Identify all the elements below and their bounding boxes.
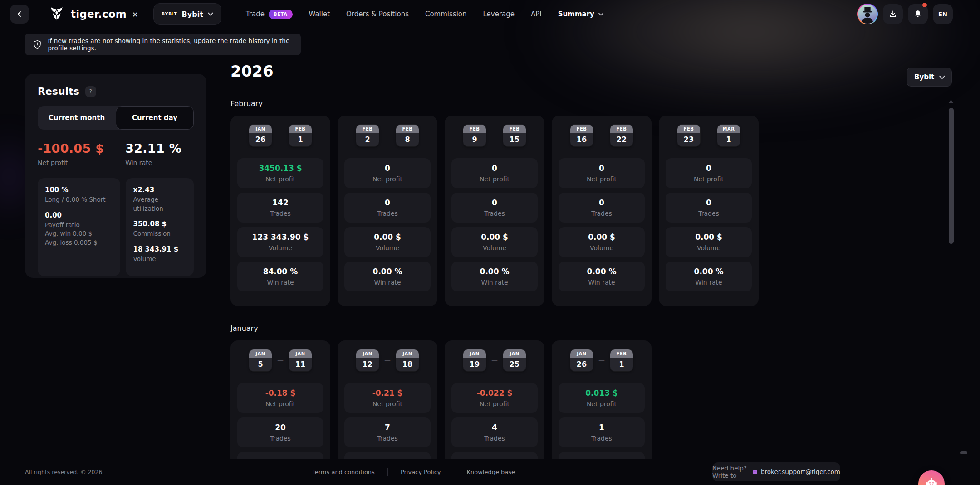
scrollbar-up-arrow[interactable] [948, 100, 954, 103]
footer-link-terms-and-conditions[interactable]: Terms and conditions [299, 469, 387, 475]
bell-icon [913, 10, 922, 19]
week-stats: -0.21 $ Net profit 7 Trades [344, 383, 431, 459]
support-email-link[interactable]: broker.support@tiger.com [761, 468, 840, 475]
date-range: JAN 5 — JAN 11 [237, 349, 323, 371]
settings-link[interactable]: settings [69, 44, 94, 52]
stat-box-trades: 0 Trades [559, 193, 645, 223]
language-button[interactable]: EN [933, 4, 953, 24]
date-chip-day: 15 [503, 133, 526, 146]
exchange-select[interactable]: Bybit [906, 68, 952, 87]
week-card[interactable]: FEB 23 — MAR 1 0 Net profit 0 Trades 0.0… [659, 116, 759, 306]
date-chip-end: FEB 22 [610, 125, 633, 146]
back-button[interactable] [10, 5, 29, 24]
date-chip-day: 18 [396, 358, 419, 371]
week-card[interactable]: JAN 19 — JAN 25 -0.022 $ Net profit 4 Tr… [445, 340, 544, 459]
date-chip-start: FEB 23 [677, 125, 700, 146]
date-chip-day: 8 [396, 133, 419, 146]
week-card[interactable]: JAN 26 — FEB 1 3450.13 $ Net profit 142 … [230, 116, 330, 306]
stat-value: -0.022 $ [477, 388, 513, 398]
detail-value: 100 % [45, 186, 113, 194]
chevron-down-icon [208, 12, 213, 16]
avatar[interactable] [857, 4, 878, 24]
week-card[interactable]: FEB 9 — FEB 15 0 Net profit 0 Trades 0.0… [445, 116, 544, 306]
date-range-dash: — [384, 357, 391, 364]
nav-item-orders-positions[interactable]: Orders & Positions [346, 10, 409, 18]
date-chip-month: JAN [463, 349, 486, 358]
date-chip-end: FEB 15 [503, 125, 526, 146]
nav-item-trade[interactable]: TradeBETA [246, 10, 293, 19]
exchange-pill-dropdown[interactable]: BYBIT Bybit [153, 3, 221, 25]
week-card[interactable]: FEB 2 — FEB 8 0 Net profit 0 Trades 0.00… [338, 116, 437, 306]
nav-item-label: Leverage [483, 10, 515, 18]
period-tabs: Current monthCurrent day [38, 106, 194, 130]
stat-label: Trades [270, 435, 291, 442]
week-card[interactable]: FEB 16 — FEB 22 0 Net profit 0 Trades 0.… [552, 116, 652, 306]
date-chip-start: FEB 2 [356, 125, 379, 146]
nav-item-summary[interactable]: Summary [558, 10, 603, 18]
tab-current-month[interactable]: Current month [38, 106, 116, 130]
robot-icon [925, 477, 938, 485]
stat-box-volume: 123 343.90 $ Volume [237, 227, 323, 257]
chevron-down-icon [939, 75, 945, 79]
stat-value: 0.00 % [694, 267, 724, 276]
footer-link-knowledge-base[interactable]: Knowledge base [454, 469, 528, 475]
stat-value: 0.00 % [373, 267, 402, 276]
date-chip-month: JAN [249, 125, 272, 133]
win-rate-value: 32.11 % [125, 141, 194, 155]
stat-box-net-profit: 0 Net profit [666, 158, 752, 188]
date-range-dash: — [277, 357, 284, 364]
stat-value: 0 [599, 198, 604, 207]
tab-current-day[interactable]: Current day [116, 106, 194, 130]
week-card[interactable]: JAN 5 — JAN 11 -0.18 $ Net profit 20 Tra… [230, 340, 330, 459]
date-chip-month: MAR [717, 125, 740, 133]
date-chip-day: 22 [610, 133, 633, 146]
logo-text: tiger.com [71, 8, 127, 20]
detail-value: 0.00 [45, 211, 113, 219]
stat-box-net-profit: 3450.13 $ Net profit [237, 158, 323, 188]
date-chip-month: JAN [249, 349, 272, 358]
date-chip-day: 2 [356, 133, 379, 146]
nav-item-wallet[interactable]: Wallet [309, 10, 330, 18]
help-icon[interactable]: ? [85, 86, 96, 97]
detail-card-left: 100 %Long / 0.00 % Short0.00Payoff ratio… [38, 178, 120, 276]
notice-text: If new trades are not showing in the sta… [48, 37, 293, 52]
notifications-button[interactable] [908, 4, 928, 24]
logo[interactable]: tiger.com × [48, 5, 138, 23]
detail-value: x2.43 [133, 186, 186, 194]
stat-label: Net profit [372, 175, 402, 183]
date-range-dash: — [384, 132, 391, 139]
date-chip-day: 1 [610, 358, 633, 371]
results-panel: Results ? Current monthCurrent day -100.… [25, 74, 206, 278]
nav-item-api[interactable]: API [531, 10, 542, 18]
week-stats: 0 Net profit 0 Trades 0.00 $ Volume 0.00… [559, 158, 645, 291]
detail-value: 350.08 $ [133, 220, 186, 228]
exchange-select-label: Bybit [914, 73, 934, 81]
support-text: Need help? Write to [712, 465, 749, 479]
date-chip-month: JAN [570, 349, 593, 358]
stat-box-net-profit: 0 Net profit [344, 158, 431, 188]
week-card[interactable]: JAN 12 — JAN 18 -0.21 $ Net profit 7 Tra… [338, 340, 437, 459]
stat-value: 0.00 % [587, 267, 617, 276]
stat-label: Net profit [480, 400, 510, 407]
scrollbar-thumb[interactable] [949, 108, 954, 244]
detail-label: Volume [133, 255, 186, 264]
date-chip-start: FEB 16 [570, 125, 593, 146]
stat-value: -0.18 $ [265, 388, 296, 398]
nav-item-commission[interactable]: Commission [425, 10, 467, 18]
download-button[interactable] [883, 4, 903, 24]
week-stats: 0 Net profit 0 Trades 0.00 $ Volume 0.00… [344, 158, 431, 291]
stat-box-clipped [237, 452, 323, 459]
detail-block: 0.00Payoff ratioAvg. win 0.00 $Avg. loss… [45, 211, 113, 247]
nav-item-leverage[interactable]: Leverage [483, 10, 515, 18]
win-rate-label: Win rate [125, 159, 194, 166]
nav-item-label: Trade [246, 10, 265, 18]
stat-box-net-profit: 0.013 $ Net profit [559, 383, 645, 413]
chevron-left-icon [16, 11, 23, 17]
footer-link-privacy-policy[interactable]: Privacy Policy [388, 469, 454, 475]
week-card[interactable]: JAN 26 — FEB 1 0.013 $ Net profit 1 Trad… [552, 340, 652, 459]
stat-label: Net profit [480, 175, 510, 183]
stat-box-trades: 0 Trades [666, 193, 752, 223]
week-stats: 3450.13 $ Net profit 142 Trades 123 343.… [237, 158, 323, 291]
stat-label: Trades [591, 435, 612, 442]
stat-box-win-rate: 0.00 % Win rate [559, 262, 645, 291]
